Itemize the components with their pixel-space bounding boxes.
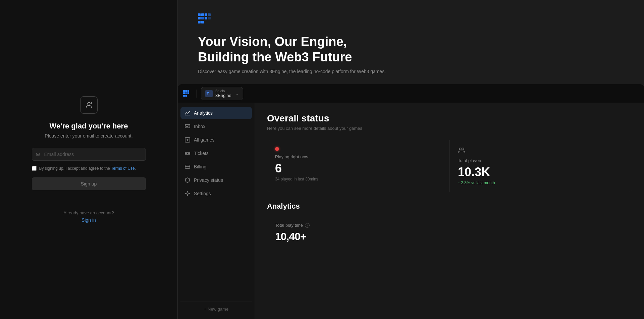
total-players-value: 10.3K (458, 165, 624, 179)
all-games-icon (184, 137, 191, 143)
hero-section: Your Vision, Our Engine, Building the We… (178, 0, 644, 84)
app-header: Studio 3Engine ⌄ (178, 84, 644, 103)
terms-link[interactable]: Terms of Use (111, 166, 135, 171)
brand-logo (198, 13, 624, 24)
login-title: We're glad you're here (50, 122, 128, 130)
playing-label: Playing right now (275, 154, 441, 159)
svg-rect-14 (185, 90, 187, 92)
new-game-label: + New game (204, 307, 228, 312)
sidebar-item-label-all-games: All games (194, 137, 214, 143)
sidebar-item-label-privacy: Privacy status (194, 177, 223, 183)
right-panel: Your Vision, Our Engine, Building the We… (178, 0, 644, 319)
email-input[interactable] (32, 148, 146, 161)
svg-rect-17 (185, 92, 187, 94)
svg-rect-7 (201, 17, 204, 19)
settings-icon (184, 191, 191, 197)
sidebar-item-label-inbox: Inbox (194, 124, 205, 129)
svg-rect-5 (205, 13, 207, 16)
users-icon (458, 147, 624, 155)
svg-rect-19 (183, 95, 185, 97)
sidebar-item-label-settings: Settings (194, 191, 211, 196)
signin-link[interactable]: Sign in (82, 217, 96, 223)
hero-subtitle: Discover easy game creation with 3Engine… (198, 69, 624, 74)
svg-rect-20 (185, 95, 187, 97)
svg-rect-11 (208, 13, 211, 16)
sidebar-item-inbox[interactable]: Inbox (180, 120, 252, 132)
playing-detail: 34 played in last 30mins (275, 177, 441, 181)
live-dot (275, 147, 279, 151)
overall-status-title: Overall status (267, 113, 632, 124)
content-area: Overall status Here you can see more det… (255, 103, 644, 319)
total-players-label: Total players (458, 158, 624, 163)
new-game-button[interactable]: + New game (180, 302, 252, 315)
studio-selector[interactable]: Studio 3Engine ⌄ (201, 87, 243, 100)
svg-rect-4 (201, 13, 204, 16)
main-layout: Analytics Inbox (178, 103, 644, 319)
terms-checkbox[interactable] (32, 166, 37, 171)
checkbox-label: By signing up, I accept and agree to the… (39, 166, 136, 171)
sidebar-item-label-tickets: Tickets (194, 151, 209, 156)
inbox-icon (184, 123, 191, 129)
stat-card-total-players: Total players 10.3K ↑ 2.3% vs last month (450, 140, 632, 192)
svg-point-31 (187, 193, 189, 195)
total-players-detail: ↑ 2.3% vs last month (458, 180, 624, 185)
info-icon: i (305, 223, 310, 228)
studio-label: Studio 3Engine (215, 89, 231, 98)
sidebar-item-settings[interactable]: Settings (180, 188, 252, 200)
overall-status-sub: Here you can see more details about your… (267, 126, 632, 131)
avatar-icon (80, 96, 98, 114)
studio-icon (205, 90, 213, 97)
svg-rect-22 (208, 92, 209, 93)
chevron-down-icon: ⌄ (235, 91, 239, 96)
svg-rect-3 (198, 13, 201, 16)
analytics-icon (184, 110, 191, 116)
sidebar-item-analytics[interactable]: Analytics (180, 107, 252, 119)
svg-point-32 (459, 148, 461, 150)
sidebar-item-all-games[interactable]: All games (180, 134, 252, 146)
svg-point-27 (186, 153, 187, 154)
app-logo-small (183, 90, 193, 97)
svg-rect-15 (187, 90, 189, 92)
email-input-wrapper: ✉ (32, 148, 146, 161)
logo-icon (198, 13, 213, 24)
sidebar-item-label-billing: Billing (194, 164, 206, 169)
svg-rect-23 (207, 93, 208, 94)
svg-rect-6 (198, 17, 201, 19)
svg-rect-21 (207, 92, 208, 93)
privacy-icon (184, 177, 191, 183)
email-icon: ✉ (36, 152, 40, 157)
sidebar-item-billing[interactable]: Billing (180, 161, 252, 173)
svg-rect-8 (205, 17, 207, 19)
svg-rect-18 (187, 92, 189, 94)
playing-value: 6 (275, 161, 441, 175)
signup-button[interactable]: Sign up (32, 177, 146, 190)
svg-rect-13 (183, 90, 185, 92)
svg-rect-12 (208, 17, 211, 19)
app-area: Studio 3Engine ⌄ Analytics (178, 84, 644, 319)
billing-icon (184, 164, 191, 170)
analytics-section-title: Analytics (267, 202, 632, 211)
terms-row: By signing up, I accept and agree to the… (32, 166, 146, 171)
analytics-playtime-label: Total play time i (275, 223, 624, 228)
analytics-card-playtime: Total play time i 10,40+ (267, 216, 632, 250)
sidebar-item-label-analytics: Analytics (194, 110, 213, 116)
svg-rect-10 (201, 21, 204, 23)
sidebar: Analytics Inbox (178, 103, 255, 319)
left-panel: We're glad you're here Please enter your… (0, 0, 178, 319)
svg-point-28 (189, 153, 190, 154)
login-subtitle: Please enter your email to create accoun… (45, 133, 132, 139)
hero-title: Your Vision, Our Engine, Building the We… (198, 34, 624, 65)
sidebar-item-tickets[interactable]: Tickets (180, 147, 252, 159)
svg-point-0 (88, 102, 90, 105)
svg-rect-16 (183, 92, 185, 94)
tickets-icon (184, 150, 191, 156)
header-divider (197, 90, 197, 98)
stats-row: Playing right now 6 34 played in last 30… (267, 140, 632, 192)
svg-rect-29 (185, 165, 190, 168)
svg-rect-9 (198, 21, 201, 23)
analytics-playtime-value: 10,40+ (275, 230, 624, 243)
already-account-text: Already have an account? (63, 210, 114, 215)
svg-point-33 (462, 148, 464, 150)
stat-card-playing: Playing right now 6 34 played in last 30… (267, 140, 449, 192)
sidebar-item-privacy-status[interactable]: Privacy status (180, 174, 252, 186)
